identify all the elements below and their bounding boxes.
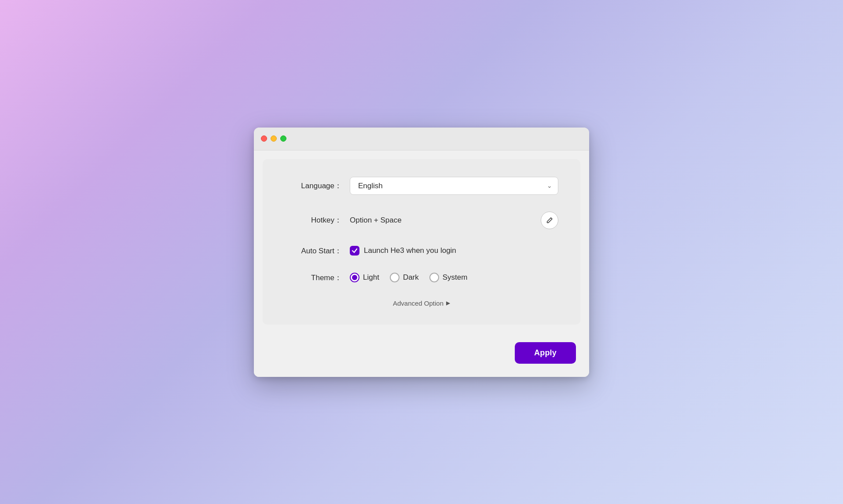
apply-button[interactable]: Apply (515, 342, 576, 364)
minimize-button[interactable] (271, 135, 277, 142)
theme-dark-label: Dark (403, 273, 419, 282)
advanced-option-row[interactable]: Advanced Option ▶ (285, 299, 558, 307)
auto-start-checkbox-label: Launch He3 when you login (364, 246, 456, 255)
theme-light-label: Light (363, 273, 379, 282)
radio-light-icon (350, 273, 359, 282)
language-row: Language： English Chinese Japanese Frenc… (285, 177, 558, 195)
language-dropdown[interactable]: English Chinese Japanese French German S… (350, 177, 558, 195)
settings-window: Language： English Chinese Japanese Frenc… (254, 128, 589, 377)
pencil-icon (546, 216, 553, 224)
hotkey-row: Hotkey： Option + Space (285, 212, 558, 229)
auto-start-label: Auto Start： (285, 246, 342, 256)
advanced-option-label: Advanced Option (393, 299, 443, 307)
auto-start-row: Auto Start： Launch He3 when you login (285, 246, 558, 256)
theme-options: Light Dark System (350, 273, 467, 282)
hotkey-row-inner: Option + Space (350, 212, 558, 229)
radio-light-inner (352, 275, 357, 280)
traffic-lights (261, 135, 286, 142)
chevron-right-icon: ▶ (446, 300, 450, 306)
theme-light-option[interactable]: Light (350, 273, 379, 282)
close-button[interactable] (261, 135, 267, 142)
edit-hotkey-button[interactable] (541, 212, 558, 229)
maximize-button[interactable] (280, 135, 286, 142)
hotkey-label: Hotkey： (285, 215, 342, 225)
language-label: Language： (285, 181, 342, 191)
titlebar (254, 128, 589, 150)
checkbox-checked-icon (350, 246, 359, 256)
content-area: Language： English Chinese Japanese Frenc… (263, 159, 580, 325)
theme-label: Theme： (285, 273, 342, 283)
radio-dark-icon (390, 273, 400, 282)
theme-row: Theme： Light Dark System (285, 273, 558, 283)
theme-dark-option[interactable]: Dark (390, 273, 419, 282)
hotkey-value: Option + Space (350, 216, 541, 225)
footer-area: Apply (254, 333, 589, 377)
auto-start-checkbox-container[interactable]: Launch He3 when you login (350, 246, 456, 256)
theme-system-label: System (443, 273, 468, 282)
theme-system-option[interactable]: System (429, 273, 468, 282)
radio-system-icon (429, 273, 439, 282)
language-select-container: English Chinese Japanese French German S… (350, 177, 558, 195)
